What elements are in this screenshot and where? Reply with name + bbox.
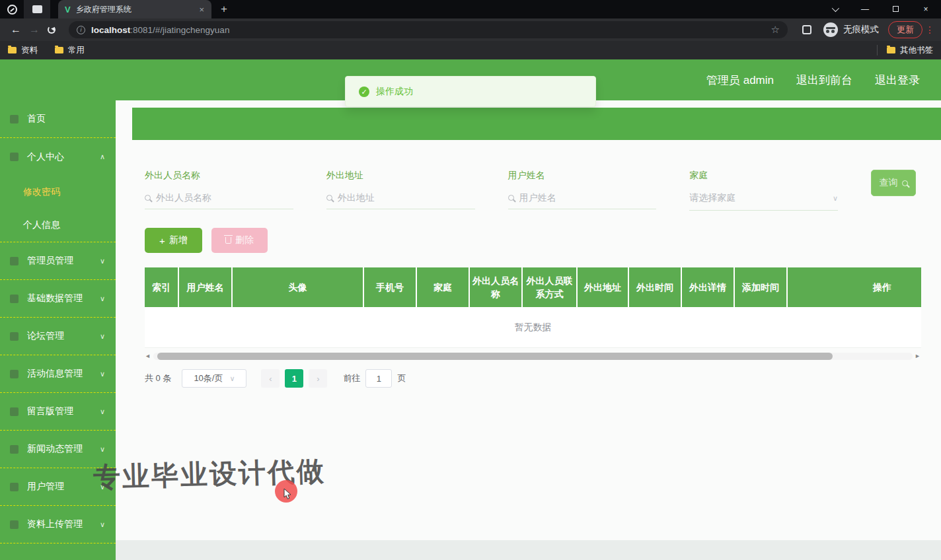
bookmark-star-icon[interactable]: ☆ [771, 24, 780, 36]
app-shortcut-icon[interactable] [24, 0, 50, 18]
delete-button[interactable]: 删除 [211, 228, 268, 253]
sidebar-item-label: 新闻动态管理 [27, 443, 100, 455]
window-close-button[interactable]: × [911, 5, 941, 14]
col-index: 索引 [145, 267, 179, 307]
forward-icon[interactable]: → [25, 24, 44, 36]
sidebar-item-personal-center[interactable]: 个人中心 ∧ [0, 138, 116, 176]
delete-button-label: 删除 [235, 234, 254, 246]
search-field-user-name: 用户姓名 [508, 170, 657, 209]
exit-to-front-link[interactable]: 退出到前台 [796, 73, 852, 88]
col-out-time: 外出时间 [629, 267, 682, 307]
search-field-address: 外出地址 [326, 170, 475, 209]
data-table: 索引 用户姓名 头像 手机号 家庭 外出人员名称 外出人员联系方式 外出地址 外… [145, 267, 921, 348]
tab-preview-icon[interactable] [802, 25, 811, 34]
add-button-label: 新增 [169, 234, 188, 246]
window-minimize-button[interactable]: — [850, 5, 880, 14]
sidebar-item-change-password[interactable]: 修改密码 [0, 176, 116, 209]
window-restore-button[interactable] [880, 5, 911, 14]
next-page-button[interactable]: › [309, 369, 327, 388]
prev-page-button[interactable]: ‹ [261, 369, 280, 388]
sidebar-item-forum[interactable]: 论坛管理 ∨ [0, 318, 116, 355]
search-form: 外出人员名称 外出地址 用户姓名 [145, 170, 921, 211]
sidebar-item-label: 基础数据管理 [27, 293, 100, 304]
site-info-icon[interactable]: i [77, 26, 85, 34]
col-contact: 外出人员联系方式 [523, 267, 578, 307]
logout-link[interactable]: 退出登录 [875, 73, 920, 88]
sidebar-item-home[interactable]: 首页 [0, 100, 116, 138]
sidebar-item-label: 用户管理 [27, 481, 100, 493]
browser-tab[interactable]: V 乡政府管理系统 × [58, 0, 211, 18]
search-icon [508, 195, 514, 201]
col-details: 外出详情 [682, 267, 735, 307]
browser-menu-icon[interactable]: ⋮ [925, 24, 934, 35]
chevron-down-icon: ∨ [229, 374, 235, 383]
users-icon [10, 483, 19, 491]
chevron-down-icon: ∨ [100, 332, 105, 341]
col-user-name: 用户姓名 [179, 267, 233, 307]
sidebar-item-label: 首页 [27, 113, 105, 125]
screen: V 乡政府管理系统 × + — × ← → i localhost :8081/… [0, 0, 941, 560]
new-tab-button[interactable]: + [221, 3, 227, 16]
horizontal-scrollbar[interactable]: ◄ ► [145, 351, 921, 361]
page-number-button[interactable]: 1 [285, 369, 303, 388]
page-banner [132, 108, 941, 140]
browser-logo-icon[interactable] [0, 0, 24, 18]
goto-page-input[interactable] [365, 369, 392, 388]
scroll-left-icon[interactable]: ◄ [145, 353, 151, 359]
browser-update-button[interactable]: 更新 [888, 21, 922, 38]
user-icon [10, 153, 19, 161]
back-icon[interactable]: ← [7, 24, 25, 36]
page-size-select[interactable]: 10条/页 ∨ [182, 369, 246, 388]
sidebar-item-activity-info[interactable]: 活动信息管理 ∨ [0, 355, 116, 393]
address-bar[interactable]: i localhost :8081/#/jiatingchengyuan ☆ [69, 21, 788, 38]
browser-tab-strip: V 乡政府管理系统 × + — × [0, 0, 941, 18]
other-bookmarks-button[interactable]: 其他书签 [887, 45, 933, 56]
tab-title: 乡政府管理系统 [76, 4, 198, 15]
check-circle-icon: ✓ [359, 87, 369, 97]
col-person-name: 外出人员名称 [470, 267, 523, 307]
forum-icon [10, 332, 19, 341]
scrollbar-track[interactable] [153, 353, 913, 360]
empty-row: 暂无数据 [145, 307, 921, 348]
trash-icon [225, 237, 231, 244]
sidebar-item-label: 资料上传管理 [27, 518, 100, 530]
sidebar-item-basic-data[interactable]: 基础数据管理 ∨ [0, 280, 116, 318]
goto-suffix-label: 页 [397, 372, 406, 384]
folder-icon [55, 47, 63, 53]
col-address: 外出地址 [578, 267, 629, 307]
sidebar-item-message-board[interactable]: 留言版管理 ∨ [0, 393, 116, 431]
chevron-down-icon: ∨ [100, 295, 105, 303]
chevron-down-icon: ∨ [100, 520, 105, 529]
bookmarks-bar: 资料 常用 其他书签 [0, 41, 941, 59]
sidebar-item-admin-management[interactable]: 管理员管理 ∨ [0, 242, 116, 280]
sidebar-item-file-upload[interactable]: 资料上传管理 ∨ [0, 506, 116, 543]
tab-close-icon[interactable]: × [197, 5, 206, 15]
bookmark-label: 其他书签 [900, 45, 933, 56]
add-button[interactable]: + 新增 [145, 228, 202, 253]
tab-search-icon[interactable] [819, 5, 850, 14]
admin-icon [10, 257, 19, 265]
query-button[interactable]: 查询 [871, 170, 916, 196]
message-icon [10, 407, 19, 416]
bookmark-folder-2[interactable]: 常用 [55, 45, 85, 56]
reload-icon[interactable] [48, 26, 56, 34]
field-label: 外出地址 [326, 170, 475, 182]
scrollbar-thumb[interactable] [157, 353, 833, 360]
footer-strip [116, 540, 941, 560]
bookmark-label: 常用 [68, 45, 85, 56]
incognito-badge: 无痕模式 [823, 22, 879, 37]
upload-icon [10, 520, 19, 529]
bookmark-folder-1[interactable]: 资料 [8, 45, 38, 56]
vue-favicon-icon: V [65, 5, 71, 15]
folder-icon [887, 47, 895, 53]
family-select[interactable]: 请选择家庭 ∨ [689, 192, 838, 211]
chevron-down-icon: ∨ [100, 257, 105, 265]
address-input[interactable] [338, 192, 475, 203]
sidebar-item-personal-info[interactable]: 个人信息 [0, 209, 116, 242]
scroll-right-icon[interactable]: ► [915, 353, 921, 359]
url-path: :8081/#/jiatingchengyuan [130, 25, 229, 35]
select-placeholder: 请选择家庭 [689, 192, 827, 204]
person-name-input[interactable] [156, 192, 293, 203]
user-name-input[interactable] [519, 192, 657, 203]
sidebar-item-label: 留言版管理 [27, 405, 100, 417]
